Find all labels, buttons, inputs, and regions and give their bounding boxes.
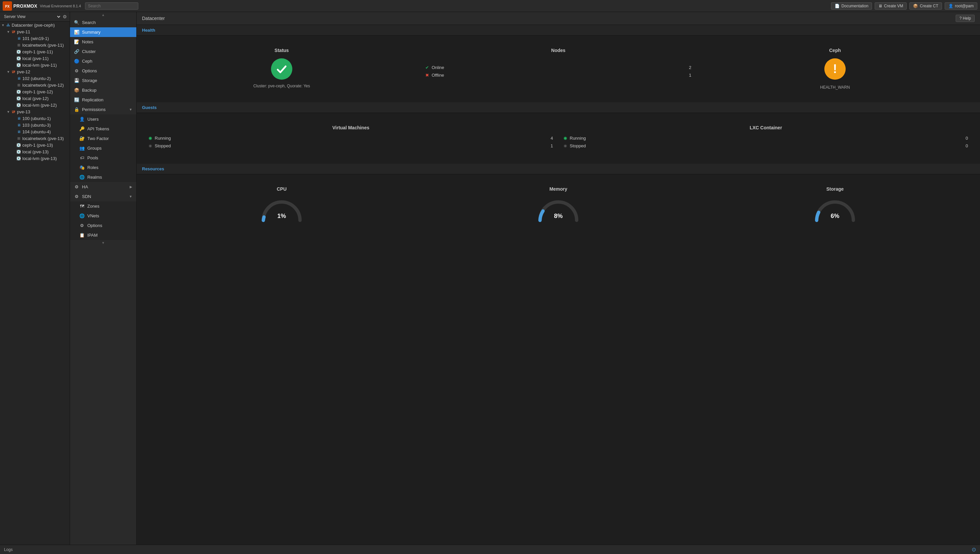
help-button[interactable]: ? Help (956, 15, 975, 22)
nav-item-notes[interactable]: 📝 Notes (70, 37, 136, 47)
content-area: Datacenter ? Help Health Status (137, 12, 980, 544)
tree-vm-104[interactable]: 🖥 104 (ubuntu-4) (0, 128, 70, 135)
tree-storage-locallvm-pve13[interactable]: 💽 local-lvm (pve-13) (0, 155, 70, 162)
user-button[interactable]: 👤 root@pam (945, 2, 977, 10)
server-view-select[interactable]: Server View (3, 14, 61, 19)
node-icon: 🖳 (11, 29, 16, 34)
tree-storage-ceph-pve11[interactable]: 💽 ceph-1 (pve-11) (0, 48, 70, 55)
nodes-title: Nodes (551, 48, 566, 53)
datacenter-icon: 🖧 (5, 22, 11, 28)
ceph-icon: 🔵 (74, 59, 80, 64)
nav-item-replication[interactable]: 🔄 Replication (70, 95, 136, 105)
svg-rect-2 (263, 219, 264, 222)
vm-running-row: Running 4 (149, 136, 553, 141)
logs-label: Logs (4, 547, 13, 552)
create-vm-button[interactable]: 🖥 Create VM (875, 2, 907, 10)
zones-icon: 🗺 (80, 204, 85, 209)
tree-node-pve11[interactable]: ▼ 🖳 pve-11 (0, 28, 70, 35)
nav-item-summary[interactable]: 📊 Summary (70, 27, 136, 37)
arrow-icon: ▼ (2, 23, 5, 27)
nav-item-api-tokens[interactable]: 🔑 API Tokens (70, 124, 136, 134)
tree-net-pve12[interactable]: ⊞ localnetwork (pve-12) (0, 82, 70, 88)
health-status-ok-icon (271, 58, 292, 80)
main-layout: Server View ⚙ ▼ 🖧 Datacenter (pve-ceph) … (0, 12, 980, 544)
tree-datacenter[interactable]: ▼ 🖧 Datacenter (pve-ceph) (0, 22, 70, 28)
nav-item-options-sdn[interactable]: ⚙ Options (70, 221, 136, 230)
create-ct-button[interactable]: 📦 Create CT (909, 2, 942, 10)
tree-storage-locallvm-pve11[interactable]: 💽 local-lvm (pve-11) (0, 62, 70, 68)
arrow-icon: ▼ (7, 110, 11, 114)
storage-icon: 💽 (16, 102, 21, 108)
tree-storage-ceph-pve13[interactable]: 💽 ceph-1 (pve-13) (0, 142, 70, 148)
tree-node-pve12[interactable]: ▼ 🖳 pve-12 (0, 68, 70, 75)
tree-vm-101[interactable]: 🖥 101 (win19-1) (0, 35, 70, 42)
tree-storage-ceph-pve12[interactable]: 💽 ceph-1 (pve-12) (0, 88, 70, 95)
tree-storage-locallvm-pve12[interactable]: 💽 local-lvm (pve-12) (0, 102, 70, 108)
ceph-status-text: HEALTH_WARN (820, 85, 850, 90)
nav-item-users[interactable]: 👤 Users (70, 114, 136, 124)
nav-item-options[interactable]: ⚙ Options (70, 66, 136, 76)
nav-item-search[interactable]: 🔍 Search (70, 18, 136, 27)
logo-icon: PX (3, 2, 12, 11)
tree-net-pve13[interactable]: ⊞ localnetwork (pve-13) (0, 135, 70, 142)
nav-item-ipam[interactable]: 📋 IPAM (70, 230, 136, 240)
box-icon: 📦 (913, 4, 918, 8)
permissions-icon: 🔒 (74, 107, 80, 112)
lxc-col-title: LXC Container (564, 125, 968, 131)
terminal-icon[interactable]: ⊙ (972, 546, 976, 552)
ipam-icon: 📋 (80, 232, 85, 238)
nav-item-vnets[interactable]: 🌐 VNets (70, 211, 136, 221)
stopped-dot-icon (564, 144, 567, 148)
logo-subtext: Virtual Environment 8.1.4 (40, 4, 81, 8)
memory-gauge: 8% (537, 197, 580, 220)
content-title: Datacenter (142, 16, 165, 21)
sdn-submenu: 🗺 Zones 🌐 VNets ⚙ Options 📋 IPAM (70, 201, 136, 240)
documentation-button[interactable]: 📄 Documentation (831, 2, 872, 10)
cpu-percent: 1% (260, 213, 303, 220)
users-icon: 👤 (80, 117, 85, 122)
nav-item-ha[interactable]: ⚙ HA ▶ (70, 182, 136, 192)
lxc-running-row: Running 0 (564, 136, 968, 141)
storage-percent: 6% (813, 213, 857, 220)
tree-storage-local-pve11[interactable]: 💽 local (pve-11) (0, 55, 70, 62)
nav-item-two-factor[interactable]: 🔐 Two Factor (70, 134, 136, 143)
nav-item-roles[interactable]: 🎭 Roles (70, 163, 136, 172)
logo: PX PROXMOX Virtual Environment 8.1.4 (3, 2, 81, 11)
stopped-dot-icon (149, 144, 152, 148)
lxc-stopped-count: 0 (966, 143, 968, 148)
storage-icon: 💽 (16, 49, 21, 54)
storage-title: Storage (826, 186, 844, 192)
topbar: PX PROXMOX Virtual Environment 8.1.4 📄 D… (0, 0, 980, 12)
tree-vm-103[interactable]: 🖥 103 (ubuntu-3) (0, 122, 70, 128)
nav-item-cluster[interactable]: 🔗 Cluster (70, 47, 136, 56)
storage-gauge: 6% (813, 197, 857, 220)
gear-icon[interactable]: ⚙ (63, 14, 67, 19)
storage-col: Storage 6% (697, 181, 973, 226)
tree-panel: Server View ⚙ ▼ 🖧 Datacenter (pve-ceph) … (0, 12, 70, 544)
lxc-stopped-label: Stopped (570, 143, 963, 148)
nav-item-pools[interactable]: 🏷 Pools (70, 153, 136, 163)
nav-item-sdn[interactable]: ⚙ SDN ▼ (70, 192, 136, 201)
cpu-title: CPU (277, 186, 287, 192)
nav-item-ceph[interactable]: 🔵 Ceph (70, 56, 136, 66)
tree-storage-local-pve13[interactable]: 💽 local (pve-13) (0, 148, 70, 155)
tree-node-pve13[interactable]: ▼ 🖳 pve-13 (0, 108, 70, 115)
nav-item-zones[interactable]: 🗺 Zones (70, 201, 136, 211)
tree-vm-102[interactable]: 🖥 102 (ubuntu-2) (0, 75, 70, 82)
tree-vm-100[interactable]: 🖥 100 (ubuntu-1) (0, 115, 70, 122)
nav-item-groups[interactable]: 👥 Groups (70, 143, 136, 153)
nav-item-backup[interactable]: 📦 Backup (70, 85, 136, 95)
nav-item-realms[interactable]: 🌐 Realms (70, 172, 136, 182)
storage-icon: 💽 (16, 96, 21, 101)
nav-item-storage[interactable]: 💾 Storage (70, 76, 136, 85)
topbar-search-input[interactable] (85, 2, 138, 10)
tree-net-pve11[interactable]: ⊞ localnetwork (pve-11) (0, 42, 70, 48)
offline-count: 1 (689, 73, 691, 78)
arrow-icon: ▼ (7, 30, 11, 33)
svg-rect-3 (540, 219, 541, 222)
online-label: Online (432, 65, 686, 70)
roles-icon: 🎭 (80, 165, 85, 170)
tree-storage-local-pve12[interactable]: 💽 local (pve-12) (0, 95, 70, 102)
nav-item-permissions[interactable]: 🔒 Permissions ▼ (70, 105, 136, 114)
content-header: Datacenter ? Help (137, 12, 980, 25)
